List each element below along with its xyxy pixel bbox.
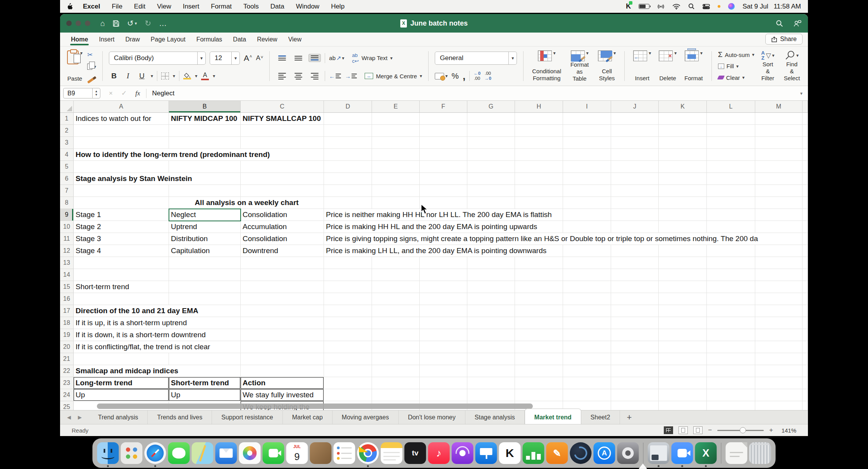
close-button[interactable] (66, 21, 72, 26)
cell-L16[interactable] (707, 293, 755, 305)
cell-H19[interactable] (515, 329, 563, 341)
sheet-tab-sheet2[interactable]: Sheet2 (581, 410, 620, 424)
cell-E19[interactable] (372, 329, 420, 341)
column-header-B[interactable]: B (169, 101, 241, 113)
align-bottom-button[interactable] (308, 54, 321, 62)
column-header-F[interactable]: F (420, 101, 467, 113)
sheet-tab-moving-avergaes[interactable]: Moving avergaes (332, 410, 399, 424)
cell-D16[interactable] (324, 293, 372, 305)
cell-A3[interactable] (74, 137, 169, 149)
autosum-button[interactable]: ΣAuto-sum▾ (718, 50, 754, 60)
cell-J20[interactable] (611, 341, 659, 353)
menu-bar-date[interactable]: Sat 9 Jul (742, 3, 768, 10)
cell-F6[interactable] (420, 173, 467, 185)
cell-I1[interactable] (563, 113, 611, 125)
select-all-corner[interactable] (60, 101, 74, 113)
cell-G20[interactable] (467, 341, 515, 353)
column-header-L[interactable]: L (707, 101, 755, 113)
dock-icon-apple-tv[interactable]: tv (405, 442, 426, 464)
cell-J1[interactable] (611, 113, 659, 125)
cell-M11[interactable] (755, 233, 803, 245)
menu-edit[interactable]: Edit (134, 3, 145, 10)
cell-G23[interactable] (467, 377, 515, 389)
cell-G5[interactable] (467, 161, 515, 173)
cell-H20[interactable] (515, 341, 563, 353)
redo-button[interactable]: ↻ (145, 19, 151, 27)
hotspot-icon[interactable] (657, 3, 665, 10)
cell-A5[interactable] (74, 161, 169, 173)
cell-I19[interactable] (563, 329, 611, 341)
cell-L15[interactable] (707, 281, 755, 293)
cell-F13[interactable] (420, 257, 467, 269)
zoom-window-button[interactable] (85, 21, 90, 26)
underline-dropdown[interactable]: ▾ (151, 73, 153, 79)
cell-L22[interactable] (707, 365, 755, 377)
cell-J4[interactable] (611, 149, 659, 161)
underline-button[interactable]: U (137, 72, 147, 80)
delete-cells-button[interactable]: ×▾ Delete (656, 50, 679, 83)
copy-button[interactable]: ▾ (87, 62, 96, 71)
cell-C21[interactable] (241, 353, 324, 365)
menu-bar-time[interactable]: 11:58 AM (773, 3, 801, 10)
cell-K23[interactable] (659, 377, 707, 389)
cell-I12[interactable] (563, 245, 611, 257)
cell-M24[interactable] (755, 389, 803, 401)
cell-A1[interactable]: Indices to watch out for (74, 113, 169, 125)
cell-J16[interactable] (611, 293, 659, 305)
cell-A12[interactable]: Stage 4 (74, 245, 169, 257)
cell-J2[interactable] (611, 125, 659, 137)
cell-L3[interactable] (707, 137, 755, 149)
cell-J25[interactable] (611, 401, 659, 410)
cell-D7[interactable] (324, 185, 372, 197)
cell-C24[interactable]: We stay fully invested (241, 389, 324, 401)
horizontal-scrollbar[interactable] (97, 403, 533, 409)
menu-format[interactable]: Format (211, 3, 232, 10)
cell-I8[interactable] (563, 197, 611, 209)
merge-centre-button[interactable]: ↔Merge & Centre▾ (365, 73, 422, 79)
cell-D23[interactable] (324, 377, 372, 389)
undo-button[interactable]: ↺▾ (127, 19, 137, 27)
dock-icon-zoom[interactable] (672, 442, 693, 464)
cell-M25[interactable] (755, 401, 803, 410)
cell-K17[interactable] (659, 305, 707, 317)
cell-C22[interactable] (241, 365, 324, 377)
expand-formula-bar-icon[interactable]: ▾ (800, 91, 805, 96)
row-header-20[interactable]: 20 (60, 341, 74, 353)
row-header-23[interactable]: 23 (60, 377, 74, 389)
ribbon-tab-page-layout[interactable]: Page Layout (145, 34, 191, 46)
cell-F22[interactable] (420, 365, 467, 377)
menu-excel[interactable]: Excel (83, 3, 100, 10)
column-header-H[interactable]: H (515, 101, 563, 113)
cell-C1[interactable]: NIFTY SMALLCAP 100 (241, 113, 324, 125)
row-header-14[interactable]: 14 (60, 269, 74, 281)
sheet-tab-market-trend[interactable]: Market trend (525, 409, 581, 424)
row-header-19[interactable]: 19 (60, 329, 74, 341)
cell-M20[interactable] (755, 341, 803, 353)
row-header-9[interactable]: 9 (60, 209, 74, 221)
menu-tools[interactable]: Tools (243, 3, 259, 10)
cell-C10[interactable]: Accumulation (241, 221, 324, 233)
cell-B2[interactable] (169, 125, 241, 137)
cell-K14[interactable] (659, 269, 707, 281)
menu-insert[interactable]: Insert (183, 3, 200, 10)
zoom-in-button[interactable]: + (769, 426, 773, 434)
cell-C14[interactable] (241, 269, 324, 281)
cell-C3[interactable] (241, 137, 324, 149)
cell-M8[interactable] (755, 197, 803, 209)
cell-I2[interactable] (563, 125, 611, 137)
name-box[interactable]: B9 ▲▼ (63, 88, 100, 98)
font-color-dropdown[interactable]: ▾ (213, 73, 215, 79)
fill-color-button[interactable] (183, 73, 191, 79)
font-name-select[interactable]: Calibri (Body)▾ (109, 52, 206, 65)
borders-dropdown[interactable]: ▾ (173, 73, 175, 79)
sheet-tab-trend-analysis[interactable]: Trend analysis (89, 410, 148, 424)
comma-style-button[interactable]: , (463, 70, 465, 82)
cell-M10[interactable] (755, 221, 803, 233)
cell-J15[interactable] (611, 281, 659, 293)
cell-A24[interactable]: Up (74, 389, 169, 401)
dock-icon-mail[interactable] (215, 442, 237, 464)
cell-M17[interactable] (755, 305, 803, 317)
cell-G16[interactable] (467, 293, 515, 305)
cell-D18[interactable] (324, 317, 372, 329)
cell-J9[interactable] (611, 209, 659, 221)
